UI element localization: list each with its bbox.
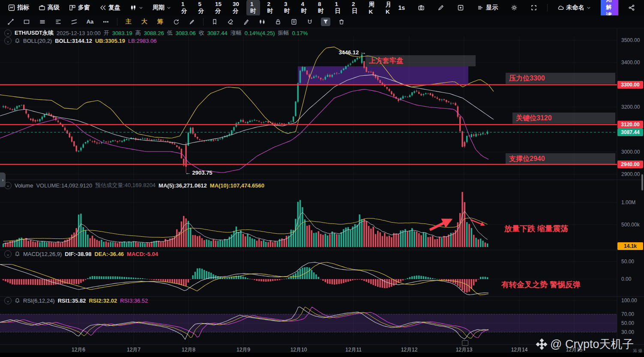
open-label: 开 (104, 29, 109, 37)
share-button[interactable] (625, 3, 638, 13)
pen-tool-button[interactable] (242, 18, 251, 26)
parallel-tool-button[interactable] (69, 18, 79, 26)
edit-button[interactable] (434, 3, 447, 13)
eraser-tool-button[interactable] (226, 18, 235, 26)
timeframe-2时[interactable]: 2时 (264, 0, 277, 16)
axis-tick: 0.00 (621, 276, 631, 282)
timeframe-月K[interactable]: 月K (382, 0, 395, 16)
boll-name: BOLL(20,2) (23, 38, 52, 44)
brush-icon (189, 18, 195, 25)
axis-tick: 1.00M (621, 199, 635, 205)
timeframe-15分[interactable]: 15分 (211, 0, 225, 16)
corner-text: 筹 爆 (633, 348, 643, 354)
axis-tick: 70.00 (621, 311, 634, 317)
axis-tick: 100.00 (621, 298, 637, 303)
timeframe-1时[interactable]: 1时 (246, 0, 260, 16)
display-button[interactable]: 显示 (474, 2, 501, 13)
timeframe-3时[interactable]: 3时 (280, 0, 294, 16)
trash-tool-button[interactable] (337, 18, 346, 26)
expand-icon (530, 4, 537, 11)
text-tool-button[interactable]: Aa (85, 18, 95, 26)
rect-tool-tool-button[interactable] (22, 18, 31, 26)
timeframe-1分[interactable]: 1分 (177, 0, 191, 16)
channel-tool-button[interactable] (38, 18, 47, 26)
bookmark-tool-button[interactable] (210, 18, 219, 26)
macd-note: 有转金叉之势 警惕反弹 (501, 280, 581, 290)
alert-bell-icon[interactable] (15, 298, 20, 304)
macd-legend: ⌄ MACD(12,26,9) DIF:-38.98 DEA:-36.46 MA… (4, 250, 158, 258)
scrollbar-thumb[interactable] (641, 174, 643, 190)
large-view-button[interactable]: 大 (140, 18, 149, 26)
volume-pane (3, 192, 488, 247)
axis-tick: 50.00 (621, 320, 634, 326)
toolbar-multi-window-button[interactable]: 多窗 (66, 2, 93, 13)
support-label-box: 支撑位2940 (506, 153, 615, 164)
session-low-label: ← 2903.75 (185, 170, 213, 176)
toolbar-replay-button[interactable]: 复盘 (96, 2, 123, 13)
funnel-tool-button[interactable] (321, 18, 330, 26)
toolbar-period[interactable]: 周期 (150, 2, 174, 13)
collapse-chevron-icon[interactable]: ⌄ (4, 37, 12, 45)
fullscreen-button[interactable] (527, 3, 540, 13)
timeframe-周K[interactable]: 周K (365, 0, 379, 16)
key-level-text: 关键位3120 (512, 114, 552, 123)
timeframe-2日[interactable]: 2日 (348, 0, 362, 16)
axis-tick: 3400.00 (621, 60, 640, 65)
more-tools-button[interactable] (101, 18, 111, 26)
note-tool-button[interactable] (289, 18, 299, 26)
brush-tool-button[interactable] (187, 18, 197, 26)
current-price-badge: 3087.44 (617, 128, 643, 136)
toolbar-divider (117, 18, 117, 26)
change-value: 0.14%(4.25) (245, 30, 275, 36)
volume-value: VOLUME:14,092.9120 (36, 182, 92, 189)
eraser-icon (227, 18, 234, 25)
open-value: 3083.19 (112, 30, 132, 36)
fib-tool-button[interactable] (54, 18, 63, 26)
chip-distribution-button[interactable]: 筹 (156, 18, 165, 26)
timeframe-8时[interactable]: 8时 (314, 0, 328, 16)
macd-dea: DEA:-36.46 (94, 251, 124, 257)
boll-lower-line (0, 89, 488, 173)
volume-estimate: 预估成交量:40,169.8204 (95, 181, 156, 189)
timeframe-1日[interactable]: 1日 (331, 0, 345, 16)
refresh-tool-button[interactable] (171, 18, 181, 26)
time-axis-marker-icon[interactable] (462, 340, 468, 346)
pencil-icon (437, 4, 444, 11)
current-volume-badge: 14.1k (617, 242, 643, 250)
pattern-tool-button[interactable] (258, 18, 267, 26)
collapse-chevron-icon[interactable]: ⌄ (4, 250, 12, 258)
magnet-tool-button[interactable] (305, 18, 315, 26)
amplitude-value: 0.17% (292, 30, 308, 36)
lock-tool-button[interactable] (273, 18, 283, 26)
collapse-chevron-icon[interactable]: ⌄ (4, 297, 12, 304)
settings-button[interactable] (508, 3, 521, 13)
axis-tick: 3000.00 (621, 149, 640, 155)
resistance-label-box: 压力位3300 (506, 73, 615, 84)
axis-tick: 3500.00 (621, 37, 640, 43)
toolbar-indicators-button[interactable]: 指标 (5, 2, 32, 13)
volume-legend: ⌄ Volume VOLUME:14,092.9120 预估成交量:40,169… (4, 181, 264, 189)
close-value: 3087.44 (207, 30, 228, 36)
rsi1-value: RSI1:35.82 (58, 298, 86, 304)
axis-tick: 500.00k (621, 222, 640, 228)
left-panel-expand-handle[interactable]: › (0, 173, 6, 187)
alert-bell-icon[interactable] (15, 251, 20, 258)
toolbar-advanced-button[interactable]: 高级 (36, 2, 63, 13)
supply-zone-text: 上方套牢盘 (365, 57, 403, 65)
interval-1s-button[interactable]: 1s (395, 3, 408, 13)
timeframe-5分[interactable]: 5分 (195, 0, 208, 16)
volume-ma10: MA(10):107,474.6560 (210, 182, 264, 189)
main-chart-button[interactable]: 主 (124, 18, 133, 26)
volume-note: 放量下跌 缩量震荡 (504, 223, 568, 234)
screenshot-button[interactable] (415, 3, 428, 13)
alert-bell-icon[interactable] (15, 38, 20, 45)
magnet-icon (306, 18, 313, 25)
timeframe-30分[interactable]: 30分 (229, 0, 243, 16)
trendline-tool-button[interactable] (6, 18, 15, 26)
rotate-icon (173, 18, 180, 25)
toolbar-chart-type-button[interactable] (127, 3, 146, 13)
add-pane-button[interactable] (454, 3, 467, 13)
collapse-chevron-icon[interactable]: ⌄ (4, 30, 12, 37)
timeframe-4时[interactable]: 4时 (297, 0, 311, 16)
layout-name-button[interactable]: 未命名 (554, 2, 594, 13)
